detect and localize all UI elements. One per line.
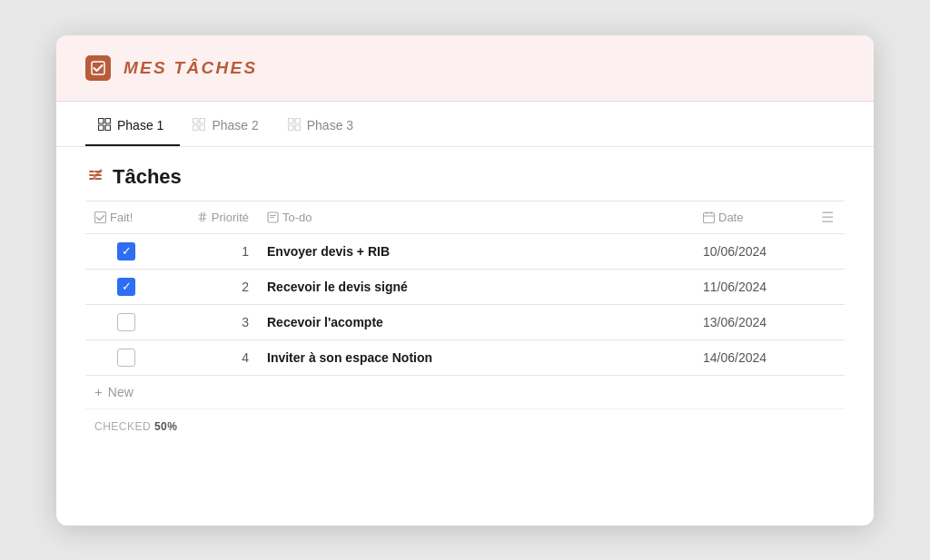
calendar-col-icon: [703, 211, 715, 223]
row-menu-0: [812, 233, 845, 269]
date-cell-3: 14/06/2024: [694, 339, 812, 375]
svg-rect-5: [193, 118, 199, 123]
checkbox-cell-0[interactable]: ✓: [85, 234, 167, 269]
table-row: 4Inviter à son espace Notion14/06/2024: [85, 339, 845, 375]
row-menu-1: [812, 269, 845, 304]
todo-cell-3: Inviter à son espace Notion: [258, 339, 694, 375]
footer-label: CHECKED: [94, 420, 151, 433]
date-cell-0: 10/06/2024: [694, 233, 812, 269]
table-section: Tâches Fait! Priorité: [56, 147, 874, 447]
col-header-menu: ☰: [812, 201, 845, 233]
page-title: MES TÂCHES: [124, 58, 257, 78]
priority-cell-3: 4: [167, 339, 258, 375]
svg-rect-15: [704, 212, 715, 222]
checkbox-checked-0[interactable]: ✓: [117, 242, 135, 260]
table-title: Tâches: [113, 165, 182, 189]
checkmark-1: ✓: [122, 280, 132, 292]
priority-cell-0: 1: [167, 233, 258, 269]
tab-phase-2[interactable]: Phase 2: [180, 105, 274, 146]
table-row: ✓2Recevoir le devis signé11/06/2024: [85, 269, 845, 304]
svg-rect-7: [193, 125, 199, 131]
grid-icon-2: [193, 118, 205, 133]
text-col-icon: [267, 211, 279, 223]
main-window: MES TÂCHES Phase 1 Phase 2 Phase 3: [56, 35, 874, 526]
tasks-table: Fait! Priorité To-do: [85, 201, 845, 376]
row-menu-3: [812, 339, 845, 375]
svg-rect-9: [288, 118, 293, 123]
col-header-priorite: Priorité: [167, 201, 258, 233]
col-header-date: Date: [694, 201, 812, 233]
add-new-button[interactable]: + New: [85, 376, 845, 405]
todo-cell-0: Envoyer devis + RIB: [258, 233, 694, 269]
hash-col-icon: [197, 211, 208, 222]
table-row: ✓1Envoyer devis + RIB10/06/2024: [85, 233, 845, 269]
row-menu-2: [812, 304, 845, 339]
priority-cell-1: 2: [167, 269, 258, 304]
table-heading: Tâches: [85, 165, 845, 190]
checkbox-checked-1[interactable]: ✓: [117, 278, 135, 296]
tab-phase-3-label: Phase 3: [307, 118, 353, 133]
tab-phase-3[interactable]: Phase 3: [275, 105, 370, 146]
table-row: 3Recevoir l'acompte13/06/2024: [85, 304, 845, 339]
tab-phase-1[interactable]: Phase 1: [85, 105, 180, 146]
svg-rect-3: [99, 125, 104, 131]
svg-rect-4: [105, 125, 111, 131]
table-heading-icon: [85, 165, 105, 190]
tab-phase-2-label: Phase 2: [212, 118, 258, 133]
checkbox-unchecked-3[interactable]: [117, 349, 135, 367]
col-header-todo: To-do: [258, 201, 694, 233]
svg-rect-10: [295, 118, 301, 123]
svg-rect-12: [295, 125, 301, 131]
check-icon: [91, 61, 105, 75]
date-cell-1: 11/06/2024: [694, 269, 812, 304]
checkbox-cell-3[interactable]: [85, 340, 167, 375]
checkbox-unchecked-2[interactable]: [117, 313, 135, 331]
plus-icon: +: [94, 385, 103, 398]
tab-phase-1-label: Phase 1: [117, 118, 163, 133]
svg-rect-2: [105, 118, 111, 123]
checkbox-cell-1[interactable]: ✓: [85, 270, 167, 304]
grid-icon-1: [98, 118, 111, 133]
col-header-fait: Fait!: [85, 201, 167, 233]
svg-rect-11: [288, 125, 293, 131]
svg-rect-8: [200, 125, 205, 131]
svg-rect-1: [99, 118, 104, 123]
menu-col-icon: ☰: [821, 210, 834, 225]
todo-cell-1: Recevoir le devis signé: [258, 269, 694, 304]
table-footer: CHECKED 50%: [85, 408, 845, 447]
grid-icon-3: [288, 118, 301, 133]
svg-rect-6: [200, 118, 205, 123]
header-icon-box: [85, 55, 111, 81]
new-label: New: [108, 385, 134, 399]
checkmark-0: ✓: [122, 245, 132, 257]
checkbox-col-icon: [94, 211, 106, 223]
checkbox-cell-2[interactable]: [85, 305, 167, 339]
tabs-bar: Phase 1 Phase 2 Phase 3: [56, 105, 874, 147]
footer-value: 50%: [154, 420, 177, 433]
todo-cell-2: Recevoir l'acompte: [258, 304, 694, 339]
priority-cell-2: 3: [167, 304, 258, 339]
header-section: MES TÂCHES: [56, 35, 874, 102]
date-cell-2: 13/06/2024: [694, 304, 812, 339]
